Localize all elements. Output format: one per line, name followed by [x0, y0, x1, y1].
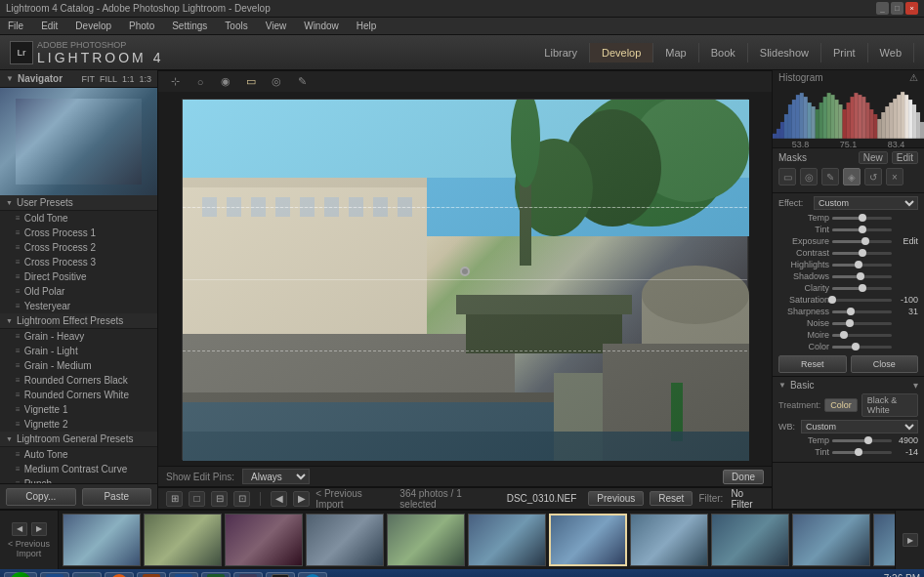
effect-presets-group[interactable]: ▼ Lightroom Effect Presets — [0, 313, 157, 329]
skype-taskbar-btn[interactable]: S — [298, 572, 327, 577]
word-taskbar-btn[interactable]: W — [201, 572, 231, 577]
preset-punch[interactable]: ≡Punch — [0, 476, 157, 483]
menu-photo[interactable]: Photo — [125, 21, 158, 31]
module-book[interactable]: Book — [699, 43, 748, 62]
gradient-filter-icon[interactable]: ▭ — [778, 168, 796, 185]
moire-track[interactable] — [832, 334, 892, 337]
highlights-track[interactable] — [832, 264, 892, 267]
spot-removal-tool[interactable]: ○ — [191, 73, 209, 91]
bw-treatment-btn[interactable]: Black & White — [861, 393, 918, 417]
preset-yesteryear[interactable]: ≡Yesteryear — [0, 299, 157, 313]
preset-cross-2[interactable]: ≡Cross Process 2 — [0, 240, 157, 255]
firefox-taskbar-btn[interactable]: 🦊 — [105, 572, 134, 577]
reset-btn[interactable]: Reset — [778, 355, 847, 373]
filmstrip-expand-btn[interactable]: ▶ — [903, 533, 918, 547]
exposure-thumb[interactable] — [861, 237, 869, 245]
module-slideshow[interactable]: Slideshow — [748, 43, 821, 62]
clarity-track[interactable] — [832, 287, 892, 290]
previous-import-label[interactable]: < Previous Import — [315, 488, 388, 510]
nav-fit-btn[interactable]: FIT — [81, 74, 95, 84]
preset-medium-contrast[interactable]: ≡Medium Contrast Curve — [0, 462, 157, 476]
presets-panel[interactable]: ▼ User Presets ≡Cold Tone ≡Cross Process… — [0, 195, 157, 483]
thumb-4[interactable] — [306, 514, 384, 566]
grid-view-btn[interactable]: ⊞ — [166, 491, 183, 507]
crop-tool[interactable]: ⊹ — [166, 73, 184, 91]
compare-view-btn[interactable]: ⊟ — [211, 491, 228, 507]
preset-rounded-white[interactable]: ≡Rounded Corners White — [0, 388, 157, 402]
module-library[interactable]: Library — [532, 43, 590, 62]
radial-filter-tool[interactable]: ◎ — [268, 73, 285, 91]
previous-import-fs[interactable]: < Previous Import — [0, 539, 58, 558]
module-develop[interactable]: Develop — [590, 43, 653, 62]
saturation-track[interactable] — [832, 299, 892, 302]
color-track[interactable] — [832, 346, 892, 349]
general-presets-group[interactable]: ▼ Lightroom General Presets — [0, 432, 157, 447]
lr-taskbar-btn[interactable]: Lr — [266, 572, 295, 577]
contrast-track[interactable] — [832, 252, 892, 255]
thumb-7-selected[interactable] — [549, 514, 627, 566]
masks-edit-btn[interactable]: Edit — [892, 151, 918, 164]
nav-1-1-btn[interactable]: 1:1 — [122, 74, 135, 84]
tint-thumb[interactable] — [859, 226, 866, 233]
saturation-thumb[interactable] — [828, 296, 836, 304]
edit-pins-select[interactable]: Always Selected Never — [242, 469, 310, 484]
menu-file[interactable]: File — [4, 21, 27, 31]
basic-tint-thumb[interactable] — [855, 448, 862, 456]
thumb-5[interactable] — [387, 514, 465, 566]
thumb-6[interactable] — [468, 514, 546, 566]
shadows-track[interactable] — [832, 275, 892, 278]
temp-thumb[interactable] — [859, 214, 866, 222]
filter-value[interactable]: No Filter — [731, 488, 764, 510]
nav-fill-btn[interactable]: FILL — [100, 74, 117, 84]
basic-header[interactable]: ▼ Basic ▾ — [778, 380, 918, 391]
taskbar-btn[interactable]: ⊟ — [72, 572, 102, 577]
effect-select[interactable]: Custom — [814, 196, 918, 210]
tint-track[interactable] — [832, 228, 892, 231]
survey-view-btn[interactable]: ⊡ — [233, 491, 250, 507]
copy-button[interactable]: Copy... — [6, 488, 76, 506]
module-map[interactable]: Map — [653, 43, 698, 62]
thumb-2[interactable] — [144, 514, 222, 566]
loupe-view-btn[interactable]: □ — [189, 491, 205, 507]
wb-select[interactable]: Custom Auto Daylight — [801, 420, 918, 433]
close-btn[interactable]: Close — [851, 355, 919, 373]
preset-cold-tone[interactable]: ≡Cold Tone — [0, 211, 157, 226]
nav-1-3-btn[interactable]: 1:3 — [139, 74, 151, 84]
prev-arrow[interactable]: ◀ — [271, 491, 287, 507]
done-button[interactable]: Done — [723, 470, 764, 484]
module-web[interactable]: Web — [868, 43, 914, 62]
mask-icon[interactable]: ◈ — [843, 168, 861, 185]
minimize-button[interactable]: _ — [876, 2, 889, 15]
exposure-track[interactable] — [832, 240, 892, 243]
outlook-taskbar-btn[interactable]: ✉ — [169, 572, 198, 577]
basic-temp-track[interactable] — [832, 439, 892, 442]
close-button[interactable]: × — [905, 2, 918, 15]
shadows-thumb[interactable] — [857, 272, 864, 280]
menu-edit[interactable]: Edit — [37, 21, 62, 31]
paste-button[interactable]: Paste — [82, 488, 152, 506]
basic-temp-thumb[interactable] — [864, 436, 872, 444]
preset-vignette-1[interactable]: ≡Vignette 1 — [0, 402, 157, 417]
previous-nav-btn[interactable]: Previous — [588, 491, 644, 506]
noise-thumb[interactable] — [846, 319, 854, 327]
fs-prev-btn[interactable]: ◀ — [12, 522, 27, 536]
thumb-10[interactable] — [792, 514, 870, 566]
gradient-filter-tool[interactable]: ▭ — [242, 73, 260, 91]
thumb-8[interactable] — [630, 514, 708, 566]
preset-direct-positive[interactable]: ≡Direct Positive — [0, 269, 157, 284]
thumb-9[interactable] — [711, 514, 789, 566]
contrast-thumb[interactable] — [859, 249, 866, 257]
preset-old-polar[interactable]: ≡Old Polar — [0, 284, 157, 299]
moire-thumb[interactable] — [840, 331, 848, 339]
adjustment-brush-tool[interactable]: ✎ — [293, 73, 311, 91]
highlights-thumb[interactable] — [855, 261, 862, 268]
basic-tint-track[interactable] — [832, 451, 892, 454]
clarity-thumb[interactable] — [859, 284, 866, 292]
preset-cross-1[interactable]: ≡Cross Process 1 — [0, 226, 157, 240]
masks-new-btn[interactable]: New — [859, 151, 888, 164]
maximize-button[interactable]: □ — [891, 2, 903, 15]
module-print[interactable]: Print — [821, 43, 868, 62]
thumb-11[interactable] — [873, 514, 895, 566]
preset-cross-3[interactable]: ≡Cross Process 3 — [0, 255, 157, 269]
preset-grain-medium[interactable]: ≡Grain - Medium — [0, 358, 157, 373]
